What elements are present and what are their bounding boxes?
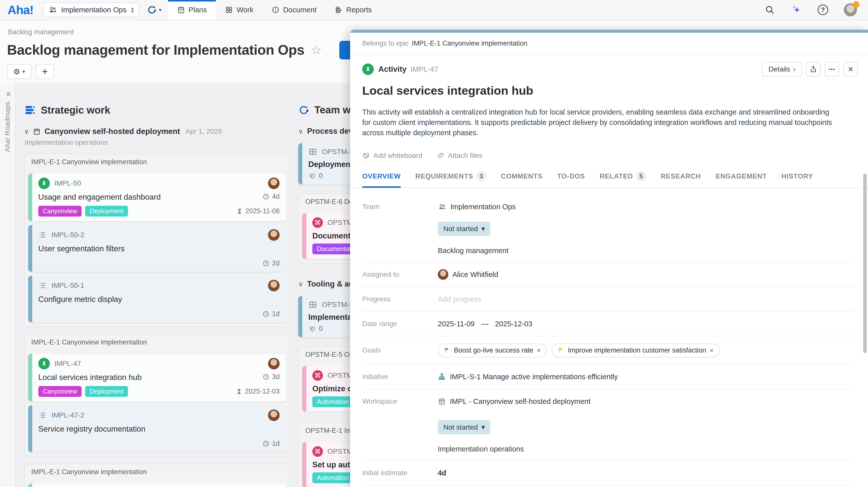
workspace-status-dropdown[interactable]: Not started ▾ — [438, 420, 490, 434]
goal-chip[interactable]: Boost go-live success rate × — [438, 344, 547, 357]
tab-document[interactable]: Document — [262, 0, 326, 20]
card-title: Service registry documentation — [38, 425, 146, 433]
cmd-glyph: ⌘ — [314, 448, 321, 456]
tab-todos[interactable]: TO-DOS — [557, 171, 585, 187]
tag-deployment: Deployment — [85, 206, 128, 217]
aha-logo[interactable]: Aha! — [7, 0, 33, 20]
tab-label: OVERVIEW — [362, 172, 401, 180]
card-title: Configure metric display — [38, 295, 122, 304]
card-id: IMPL-47-2 — [51, 411, 84, 419]
attach-files-button[interactable]: Attach files — [437, 152, 483, 160]
card-title: Deployment — [308, 160, 353, 169]
work-item-card[interactable]: IMPL-38 Enhanced privacy and consent man… — [28, 484, 286, 487]
assignee-avatar — [438, 269, 448, 280]
workspace-selector[interactable]: Implementation Ops ▲▼ — [43, 2, 139, 17]
record-description[interactable]: This activity will establish a centraliz… — [362, 107, 838, 138]
epic-group-header[interactable]: IMPL-E-1 Canyonview implementation — [28, 154, 286, 169]
remove-goal-icon[interactable]: × — [710, 347, 714, 354]
card-duration: 1d — [272, 310, 280, 318]
panel-top-strip — [350, 30, 868, 33]
team-name: Implementation Ops — [451, 203, 516, 211]
assignee-avatar — [268, 280, 280, 291]
backlog-link[interactable]: Backlog management — [438, 247, 854, 255]
more-button[interactable]: ••• — [825, 62, 839, 76]
close-icon: ✕ — [847, 65, 854, 73]
favorite-star-icon[interactable]: ☆ — [311, 43, 322, 57]
progress-placeholder[interactable]: Add progress — [438, 295, 482, 303]
goals-field-label: Goals — [362, 346, 438, 354]
panel-scrollbar[interactable] — [863, 174, 867, 353]
workspace-field-value[interactable]: IMPL - Canyonview self-hosted deployment — [438, 397, 590, 406]
daterange-field-label: Date range — [362, 320, 438, 328]
tab-requirements[interactable]: REQUIREMENTS3 — [415, 171, 486, 187]
user-avatar[interactable] — [844, 3, 857, 17]
tab-document-label: Document — [283, 6, 316, 14]
overview-fields: Team Implementation Ops Not started ▾ Ba… — [362, 198, 854, 487]
card-accent-bar — [28, 405, 32, 452]
requirement-card[interactable]: IMPL-50-2 User segmentation filters 2d — [28, 225, 286, 272]
team-field-label: Team — [362, 203, 438, 211]
collapse-chevron-icon[interactable]: ∨ — [298, 280, 303, 288]
card-title: Local services integration hub — [38, 373, 142, 382]
add-panel-button[interactable]: + — [36, 64, 54, 79]
clock-icon — [262, 193, 270, 200]
assignee-avatar — [268, 229, 280, 241]
collapse-chevron-icon[interactable]: ∨ — [24, 128, 29, 135]
date-start[interactable]: 2025-11-09 — [438, 320, 474, 328]
search-icon[interactable] — [765, 5, 775, 15]
initial-estimate-value[interactable]: 4d — [438, 469, 446, 477]
initiative-field-value[interactable]: IMPL-S-1 Manage active implementations e… — [438, 373, 618, 381]
tab-plans[interactable]: Plans — [168, 0, 216, 20]
details-button[interactable]: Details › — [762, 62, 802, 76]
epic-cmd-icon: ⌘ — [312, 446, 323, 457]
epic-group-header[interactable]: IMPL-E-1 Canyonview implementation — [28, 334, 286, 350]
tab-engagement[interactable]: ENGAGEMENT — [716, 171, 767, 187]
initiative-sitemap-icon — [438, 373, 446, 381]
workflow-menu-button[interactable]: ▾ — [147, 5, 161, 15]
status-dropdown[interactable]: Not started ▾ — [438, 222, 490, 236]
date-end[interactable]: 2025-12-03 — [495, 320, 532, 328]
plans-calendar-icon — [177, 6, 185, 14]
card-due-date: 2025-12-03 — [245, 388, 280, 395]
release-name[interactable]: Canyonview self-hosted deployment — [44, 127, 180, 136]
tab-history[interactable]: HISTORY — [781, 171, 813, 187]
requirement-card[interactable]: IMPL-50-1 Configure metric display 1d — [28, 276, 286, 322]
close-button[interactable]: ✕ — [843, 62, 858, 76]
ai-sparkle-icon[interactable] — [790, 4, 802, 15]
team-people-icon — [48, 5, 57, 14]
remove-goal-icon[interactable]: × — [537, 347, 540, 354]
help-icon[interactable]: ? — [817, 4, 828, 15]
assigned-field-value[interactable]: Alice Whitfield — [438, 269, 498, 280]
help-question-glyph: ? — [821, 6, 825, 14]
work-item-card[interactable]: IMPL-47 Local services integration hub 3… — [28, 354, 286, 401]
tab-comments[interactable]: COMMENTS — [501, 171, 543, 187]
epic-group: IMPL-E-1 Canyonview implementation IMPL-… — [24, 463, 290, 487]
votes-heart-icon: # — [308, 172, 316, 180]
team-section-name[interactable]: Process dev — [307, 127, 353, 136]
work-item-card[interactable]: IMPL-50 Usage and engagement dashboard 4… — [28, 173, 286, 221]
panel-tabs: OVERVIEW REQUIREMENTS3 COMMENTS TO-DOS R… — [350, 171, 868, 188]
tab-overview[interactable]: OVERVIEW — [362, 171, 401, 187]
team-field-value[interactable]: Implementation Ops — [438, 202, 516, 211]
add-whiteboard-button[interactable]: Add whiteboard — [362, 152, 423, 160]
share-button[interactable] — [806, 62, 820, 76]
daterange-field-value[interactable]: 2025-11-09 — 2025-12-03 — [438, 320, 532, 328]
tab-research[interactable]: RESEARCH — [661, 171, 701, 187]
team-section-name[interactable]: Tooling & au — [307, 280, 354, 289]
goal-chip[interactable]: Improve implementation customer satisfac… — [552, 344, 719, 357]
tab-related[interactable]: RELATED5 — [600, 171, 646, 187]
epic-link[interactable]: IMPL-E-1 Canyonview implementation — [412, 39, 527, 47]
breadcrumb[interactable]: Backlog management — [8, 28, 74, 36]
tab-reports[interactable]: Reports — [326, 0, 381, 20]
requirement-card[interactable]: IMPL-47-2 Service registry documentation… — [28, 405, 286, 452]
assignee-name: Alice Whitfield — [453, 270, 498, 279]
epic-group-header[interactable]: IMPL-E-1 Canyonview implementation — [28, 464, 286, 480]
card-due-date: 2025-11-08 — [245, 207, 280, 215]
notification-dot — [853, 1, 860, 8]
rail-collapse-icon[interactable]: » — [2, 92, 12, 96]
tab-work[interactable]: Work — [216, 0, 262, 20]
hourglass-icon — [236, 388, 242, 395]
view-settings-button[interactable]: ⚙ ▾ — [7, 64, 31, 79]
tab-count-badge: 5 — [636, 171, 646, 181]
collapse-chevron-icon[interactable]: ∨ — [298, 127, 303, 135]
